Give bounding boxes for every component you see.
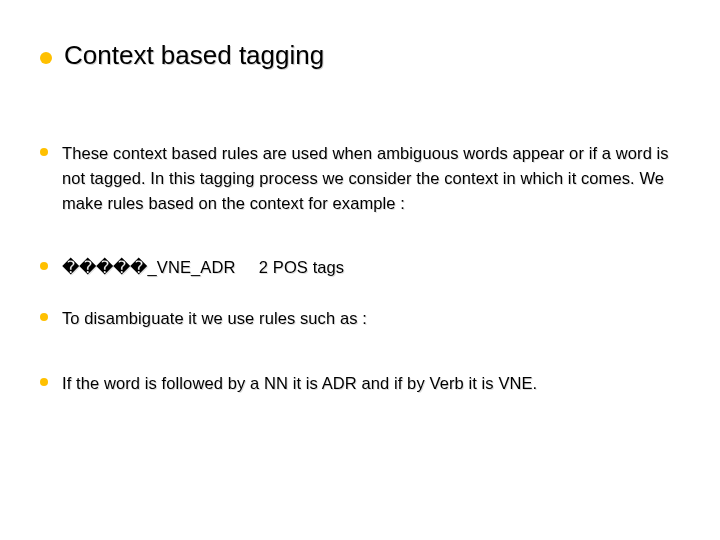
body-bullet-1: �����_VNE_ADR 2 POS tags — [40, 255, 680, 280]
bullet-dot-icon — [40, 313, 48, 321]
body-text: To disambiguate it we use rules such as … — [62, 306, 367, 331]
bullet-dot-icon — [40, 262, 48, 270]
body-bullet-2: To disambiguate it we use rules such as … — [40, 306, 680, 331]
body-bullet-3: If the word is followed by a NN it is AD… — [40, 371, 680, 396]
body-text: �����_VNE_ADR 2 POS tags — [62, 255, 344, 280]
bullet-dot-icon — [40, 148, 48, 156]
body-text: If the word is followed by a NN it is AD… — [62, 371, 537, 396]
body-text: These context based rules are used when … — [62, 141, 680, 215]
body-bullet-0: These context based rules are used when … — [40, 141, 680, 215]
bullet-dot-icon — [40, 378, 48, 386]
slide: Context based tagging These context base… — [0, 0, 720, 540]
bullet-dot-icon — [40, 52, 52, 64]
title-row: Context based tagging — [40, 40, 680, 71]
slide-title: Context based tagging — [64, 40, 324, 71]
